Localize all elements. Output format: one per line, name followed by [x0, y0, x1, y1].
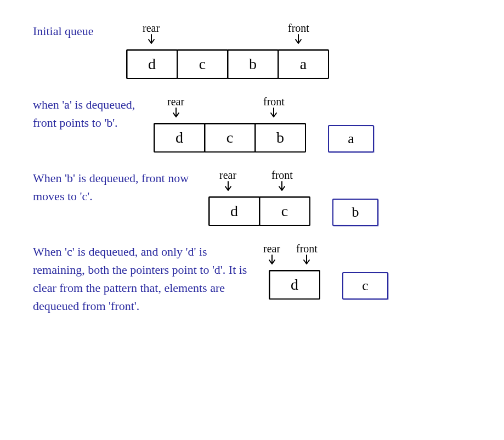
rear-label: rear [219, 169, 236, 182]
queue-cell: d [154, 123, 205, 153]
queue-cell: b [254, 123, 306, 153]
queue-diagram: rear front d c b a [126, 22, 329, 79]
step-caption: When 'c' is dequeued, and only 'd' is re… [33, 242, 252, 315]
queue-cell: d [126, 49, 178, 79]
front-label: front [263, 95, 285, 108]
rear-pointer: rear [167, 95, 184, 119]
queue-cell: d [269, 270, 320, 300]
rear-pointer: rear [263, 242, 280, 266]
step-caption: When 'b' is dequeued, front now moves to… [33, 169, 208, 205]
rear-label: rear [167, 95, 184, 108]
queue-cell: c [259, 196, 310, 226]
arrow-down-icon [223, 180, 234, 193]
queue-diagram: rear front d c [269, 242, 388, 300]
queue-cells: d c b a [126, 49, 329, 79]
step-caption: Initial queue [33, 22, 126, 40]
dequeued-box: a [328, 125, 374, 153]
step-row: When 'b' is dequeued, front now moves to… [33, 169, 471, 226]
front-label: front [271, 169, 293, 182]
step-row: when 'a' is dequeued, front points to 'b… [33, 95, 471, 153]
rear-label: rear [143, 22, 160, 35]
front-label: front [296, 242, 318, 255]
front-pointer: front [288, 22, 309, 46]
rear-pointer: rear [219, 169, 236, 193]
dequeued-box: c [342, 272, 388, 300]
front-pointer: front [263, 95, 285, 119]
queue-cell: b [227, 49, 279, 79]
arrow-down-icon [268, 107, 279, 119]
arrow-down-icon [171, 107, 182, 119]
queue-cell: c [177, 49, 228, 79]
queue-cells: d c b [154, 123, 306, 153]
front-pointer: front [296, 242, 318, 266]
queue-cell: d [208, 196, 260, 226]
rear-label: rear [263, 242, 280, 255]
arrow-down-icon [301, 254, 312, 266]
rear-pointer: rear [143, 22, 160, 46]
arrow-down-icon [267, 254, 278, 266]
queue-cells: d c [208, 196, 310, 226]
queue-cell: c [204, 123, 256, 153]
step-row: Initial queue rear front d c b a [33, 22, 471, 79]
step-row: When 'c' is dequeued, and only 'd' is re… [33, 242, 471, 315]
dequeued-box: b [332, 199, 378, 226]
queue-cells: d [269, 270, 320, 300]
queue-diagram: rear front d c b [208, 169, 378, 226]
queue-diagram: rear front d c b a [154, 95, 374, 153]
front-pointer: front [271, 169, 293, 193]
queue-cell: a [278, 49, 329, 79]
step-caption: when 'a' is dequeued, front points to 'b… [33, 95, 154, 132]
arrow-down-icon [276, 180, 287, 193]
front-label: front [288, 22, 309, 35]
arrow-down-icon [293, 33, 304, 46]
arrow-down-icon [146, 33, 157, 46]
